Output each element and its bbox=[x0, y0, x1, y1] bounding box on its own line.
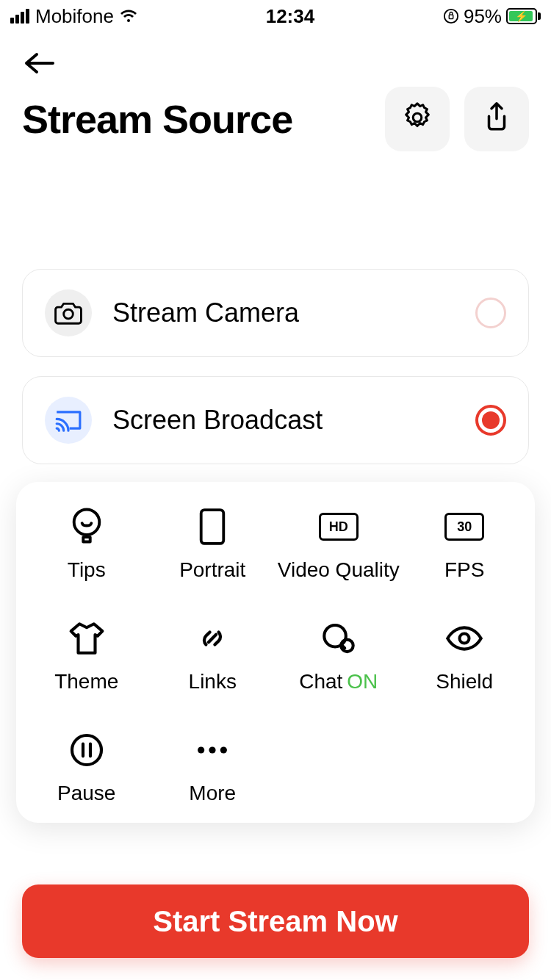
option-tips[interactable]: Tips bbox=[24, 507, 150, 582]
rotation-lock-icon bbox=[443, 8, 459, 24]
radio-selected[interactable] bbox=[475, 405, 506, 436]
option-label: Shield bbox=[436, 670, 493, 693]
option-label: Chat ON bbox=[299, 670, 378, 693]
option-portrait[interactable]: Portrait bbox=[150, 507, 276, 582]
share-button[interactable] bbox=[464, 87, 529, 151]
fps-icon: 30 bbox=[444, 507, 484, 547]
chat-state: ON bbox=[347, 670, 378, 693]
lightbulb-icon bbox=[71, 507, 103, 547]
source-label: Screen Broadcast bbox=[112, 405, 455, 436]
option-label: Video Quality bbox=[278, 558, 400, 582]
camera-icon bbox=[45, 289, 92, 336]
source-label: Stream Camera bbox=[112, 298, 455, 328]
option-label: Links bbox=[189, 670, 237, 693]
svg-rect-1 bbox=[449, 15, 453, 19]
pause-icon bbox=[68, 730, 105, 770]
source-option-camera[interactable]: Stream Camera bbox=[22, 269, 529, 357]
more-icon bbox=[195, 730, 229, 770]
svg-point-11 bbox=[209, 746, 216, 753]
option-label: Theme bbox=[54, 670, 118, 693]
svg-point-12 bbox=[220, 746, 227, 753]
svg-point-9 bbox=[72, 735, 101, 765]
svg-rect-5 bbox=[201, 510, 224, 544]
option-fps[interactable]: 30 FPS bbox=[402, 507, 528, 582]
start-stream-button[interactable]: Start Stream Now bbox=[22, 884, 529, 958]
option-shield[interactable]: Shield bbox=[402, 619, 528, 693]
option-links[interactable]: Links bbox=[150, 619, 276, 693]
status-bar: Mobifone 12:34 95% ⚡ bbox=[0, 0, 551, 32]
svg-point-3 bbox=[64, 309, 73, 319]
option-video-quality[interactable]: HD Video Quality bbox=[276, 507, 402, 582]
option-label: Portrait bbox=[179, 558, 245, 582]
shirt-icon bbox=[68, 619, 105, 658]
svg-point-10 bbox=[198, 746, 204, 753]
source-option-broadcast[interactable]: Screen Broadcast bbox=[22, 376, 529, 464]
carrier-label: Mobifone bbox=[35, 5, 114, 28]
svg-point-8 bbox=[460, 634, 469, 644]
option-chat[interactable]: Chat ON bbox=[276, 619, 402, 693]
portrait-icon bbox=[198, 507, 226, 547]
cta-label: Start Stream Now bbox=[153, 905, 397, 938]
battery-icon: ⚡ bbox=[506, 8, 541, 24]
settings-button[interactable] bbox=[385, 87, 450, 151]
fps-badge: 30 bbox=[444, 513, 484, 541]
svg-point-0 bbox=[444, 10, 458, 23]
options-panel: Tips Portrait HD Video Quality 30 FPS Th… bbox=[16, 482, 535, 823]
battery-percent: 95% bbox=[464, 5, 502, 28]
hd-badge: HD bbox=[319, 513, 359, 541]
option-label: More bbox=[189, 782, 236, 805]
eye-icon bbox=[445, 619, 483, 658]
option-theme[interactable]: Theme bbox=[24, 619, 150, 693]
option-pause[interactable]: Pause bbox=[24, 730, 150, 805]
option-label: FPS bbox=[444, 558, 484, 582]
page-title: Stream Source bbox=[22, 96, 292, 142]
status-right: 95% ⚡ bbox=[443, 5, 541, 28]
chat-icon bbox=[320, 619, 357, 658]
cellular-signal-icon bbox=[10, 9, 29, 24]
wifi-icon bbox=[120, 9, 137, 24]
option-more[interactable]: More bbox=[150, 730, 276, 805]
svg-point-2 bbox=[413, 113, 422, 122]
status-left: Mobifone bbox=[10, 5, 137, 28]
option-label: Tips bbox=[68, 558, 106, 582]
radio-unselected[interactable] bbox=[475, 298, 506, 328]
cast-icon bbox=[45, 397, 92, 444]
svg-point-4 bbox=[73, 509, 99, 535]
share-icon bbox=[481, 101, 512, 137]
hd-icon: HD bbox=[319, 507, 359, 547]
option-label: Pause bbox=[57, 782, 115, 805]
back-button[interactable] bbox=[22, 47, 54, 79]
clock: 12:34 bbox=[266, 5, 315, 28]
gear-icon bbox=[400, 101, 434, 137]
link-icon bbox=[195, 619, 230, 658]
